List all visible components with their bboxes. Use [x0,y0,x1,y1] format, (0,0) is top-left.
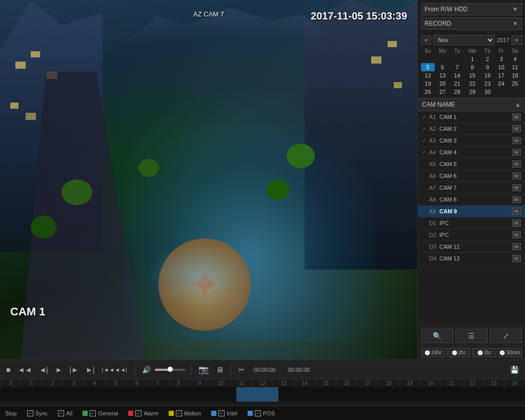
calendar-next-btn[interactable]: > [512,35,522,45]
cam-item[interactable]: ✓A2 CAM 2M [418,123,525,135]
cal-day[interactable]: 24 [494,79,508,88]
cam-m-button[interactable]: M [512,125,521,132]
step-fwd-btn[interactable]: |► [68,365,81,375]
cam-m-button[interactable]: M [512,161,521,168]
volume-slider[interactable] [155,369,186,371]
cam-item[interactable]: A5 CAM 5M [418,158,525,170]
cam-item[interactable]: D3 CAM 12M [418,241,525,253]
cal-day[interactable]: 18 [508,71,522,79]
cam-m-button[interactable]: M [512,137,521,144]
motion-checkbox[interactable]: ✓ [176,410,182,416]
cal-day[interactable]: 22 [464,79,480,88]
cam-m-button[interactable]: M [512,149,521,156]
timeline-bar[interactable]: 0123456789101112131415161718192021222324 [0,379,525,406]
cal-day[interactable]: 23 [481,79,495,88]
status-all[interactable]: ✓ All [58,410,72,416]
list-btn[interactable]: ☰ [455,329,488,343]
status-motion[interactable]: ✓ Motion [169,410,201,416]
general-checkbox[interactable]: ✓ [90,410,96,416]
cal-day[interactable]: 1 [464,55,480,63]
pos-checkbox[interactable]: ✓ [255,410,261,416]
cal-day[interactable]: 17 [494,71,508,79]
cam-list-collapse-icon[interactable]: ▲ [515,101,521,108]
cal-day[interactable]: 11 [508,63,522,71]
time-range-label: 1hr [484,350,491,355]
cam-item[interactable]: D4 CAM 13M [418,253,525,265]
all-checkbox[interactable]: ✓ [58,410,64,416]
display-btn[interactable]: 🖥 [214,364,226,375]
cal-day[interactable]: 26 [421,88,435,96]
cam-m-button[interactable]: M [512,172,521,179]
step-back-btn[interactable]: ◄| [37,365,50,375]
status-sync[interactable]: ✓ Sync [27,410,48,416]
cal-day[interactable]: 8 [464,63,480,71]
calendar-month-select[interactable]: Nov [433,35,495,45]
cal-day[interactable]: 5 [421,63,435,71]
save-btn[interactable]: 💾 [508,365,521,375]
cam-m-button[interactable]: M [512,113,521,121]
search-btn[interactable]: 🔍 [421,329,453,343]
cal-day[interactable]: 14 [450,71,464,79]
time-range-btn[interactable]: 🕐30min [498,348,522,357]
fast-fwd-btn[interactable]: |◄◄◄◄| [100,366,129,374]
alarm-checkbox[interactable]: ✓ [135,410,142,416]
calendar-prev-btn[interactable]: < [421,35,431,45]
cal-day[interactable]: 29 [464,88,480,96]
cal-day[interactable]: 27 [435,88,450,96]
cam-m-button[interactable]: M [512,219,521,227]
time-range-btn[interactable]: 🕐1hr [472,348,496,357]
cam-m-button[interactable]: M [512,196,521,203]
cal-day[interactable]: 6 [435,63,450,71]
sync-checkbox[interactable]: ✓ [27,410,33,416]
cam-m-button[interactable]: M [512,243,521,250]
cal-day[interactable]: 19 [421,79,435,88]
rewind-btn[interactable]: ◄◄ [15,365,34,375]
cal-day[interactable]: 12 [421,71,435,79]
snapshot-btn[interactable]: 📷 [196,364,211,375]
cal-day[interactable]: 13 [435,71,450,79]
cam-item[interactable]: A6 CAM 6M [418,170,525,182]
cal-day[interactable]: 9 [481,63,495,71]
intel-checkbox[interactable]: ✓ [218,410,225,416]
status-general[interactable]: ✓ General [83,410,118,416]
cal-day[interactable]: 21 [450,79,464,88]
cam-item[interactable]: A8 CAM 8M [418,194,525,206]
cam-item[interactable]: A9 CAM 9M [418,206,525,217]
cal-day[interactable]: 10 [494,63,508,71]
source-dropdown[interactable]: From R/W HDD ▼ [421,3,522,15]
expand-btn[interactable]: ⤢ [490,329,522,343]
cal-day[interactable]: 3 [494,55,508,63]
status-intel[interactable]: ✓ Intel [211,410,237,416]
status-alarm[interactable]: ✓ Alarm [128,410,158,416]
status-pos[interactable]: ✓ POS [248,410,275,416]
cal-day[interactable]: 2 [481,55,495,63]
play-btn[interactable]: ► [53,365,65,375]
time-range-btn[interactable]: 🕐2hr [447,348,471,357]
stop-btn[interactable]: ■ [4,365,12,375]
record-type-dropdown[interactable]: RECORD ▼ [421,17,522,30]
cam-item[interactable]: D2 IPCM [418,229,525,241]
cal-day[interactable]: 30 [481,88,495,96]
cam-m-button[interactable]: M [512,231,521,238]
cal-day[interactable]: 4 [508,55,522,63]
cal-day[interactable]: 7 [450,63,464,71]
time-range-btn[interactable]: 🕐24hr [421,348,445,357]
cam-item[interactable]: ✓A3 CAM 3M [418,135,525,147]
clip-btn[interactable]: ✂ [236,365,247,375]
cal-day[interactable]: 28 [450,88,464,96]
cam-item[interactable]: D1 IPCM [418,217,525,229]
cal-day[interactable]: 20 [435,79,450,88]
cam-m-button[interactable]: M [512,255,521,262]
timeline-hour: 3 [63,381,84,386]
cal-day[interactable]: 25 [508,79,522,88]
volume-btn[interactable]: 🔊 [140,365,153,375]
timeline-track[interactable] [0,387,525,402]
cal-day[interactable]: 16 [481,71,495,79]
cam-item[interactable]: ✓A1 CAM 1M [418,111,525,123]
cam-m-button[interactable]: M [512,208,521,215]
cam-m-button[interactable]: M [512,184,521,191]
cam-item[interactable]: ✓A4 CAM 4M [418,147,525,158]
cal-day[interactable]: 15 [464,71,480,79]
cam-item[interactable]: A7 CAM 7M [418,182,525,194]
next-frame-btn[interactable]: ►| [84,365,97,375]
